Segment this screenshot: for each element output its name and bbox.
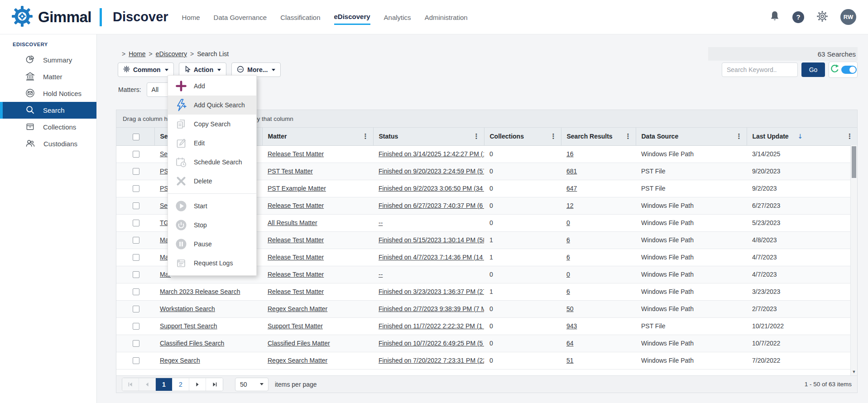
page-size-select[interactable]: 50 — [235, 378, 269, 391]
menu-item-start[interactable]: Start — [168, 197, 256, 216]
column-menu-icon[interactable]: ⋮ — [473, 132, 480, 140]
menu-item-add-quick-search[interactable]: Add Quick Search — [168, 96, 256, 115]
settings-gear-icon[interactable] — [816, 10, 828, 24]
menu-item-stop[interactable]: Stop — [168, 216, 256, 235]
row-checkbox[interactable] — [133, 151, 139, 158]
search-results-link[interactable]: 681 — [566, 168, 577, 175]
sidebar-item-search[interactable]: Search — [0, 102, 96, 119]
vertical-scrollbar[interactable]: ▼ — [850, 145, 857, 375]
column-header-matter[interactable]: Matter ⋮ — [262, 128, 373, 145]
search-results-link[interactable]: 51 — [566, 357, 574, 364]
row-checkbox[interactable] — [133, 220, 139, 226]
matter-link[interactable]: Release Test Matter — [268, 271, 324, 278]
matter-link[interactable]: Release Test Matter — [268, 288, 324, 295]
search-name-link[interactable]: Classified Files Search — [160, 340, 224, 347]
status-link[interactable]: Finished on 4/7/2023 7:14:36 PM (14 M — [379, 254, 484, 261]
page-1-button[interactable]: 1 — [156, 378, 173, 391]
sidebar-item-summary[interactable]: Summary — [0, 52, 96, 68]
nav-item-classification[interactable]: Classification — [280, 10, 320, 24]
column-header-data-source[interactable]: Data Source ⋮ — [636, 128, 747, 145]
status-link[interactable]: Finished on 2/7/2023 9:38:39 PM (7 Mi — [379, 305, 484, 312]
column-header-search-results[interactable]: Search Results ⋮ — [561, 128, 636, 145]
common-dropdown-button[interactable]: Common — [118, 62, 174, 77]
matter-link[interactable]: PST Example Matter — [268, 185, 326, 192]
search-results-link[interactable]: 6 — [566, 254, 570, 261]
status-link[interactable]: Finished on 5/15/2023 1:30:14 PM (58 — [379, 236, 484, 244]
refresh-icon[interactable] — [830, 64, 839, 75]
status-link[interactable]: Finished on 10/7/2022 6:49:25 PM (5 M — [379, 340, 484, 347]
column-header-last-update[interactable]: Last Update ↓ ⋮ — [747, 128, 857, 145]
row-checkbox[interactable] — [133, 254, 139, 261]
row-checkbox[interactable] — [133, 323, 139, 330]
search-results-link[interactable]: 64 — [566, 340, 574, 347]
search-name-link[interactable]: Workstation Search — [160, 305, 215, 312]
search-results-link[interactable]: 0 — [566, 271, 570, 278]
search-results-link[interactable]: 12 — [566, 202, 574, 209]
menu-item-request-logs[interactable]: Request Logs — [168, 254, 256, 273]
column-header-status[interactable]: Status ⋮ — [373, 128, 484, 145]
user-avatar[interactable]: RW — [840, 9, 856, 25]
row-checkbox[interactable] — [133, 340, 139, 347]
menu-item-schedule-search[interactable]: Schedule Search — [168, 153, 256, 172]
search-results-link[interactable]: 943 — [566, 322, 577, 330]
menu-item-delete[interactable]: Delete — [168, 172, 256, 191]
breadcrumb-link-ediscovery[interactable]: eDiscovery — [156, 50, 187, 58]
nav-item-analytics[interactable]: Analytics — [384, 10, 411, 24]
row-checkbox[interactable] — [133, 306, 139, 312]
column-menu-icon[interactable]: ⋮ — [736, 132, 743, 140]
matter-link[interactable]: Release Test Matter — [268, 202, 324, 209]
matter-link[interactable]: Regex Search Matter — [268, 357, 327, 364]
status-link[interactable]: Finished on 7/20/2022 7:23:31 PM (22 — [379, 357, 484, 364]
row-checkbox[interactable] — [133, 185, 139, 192]
menu-item-edit[interactable]: Edit — [168, 134, 256, 153]
go-button[interactable]: Go — [801, 62, 825, 77]
search-name-link[interactable]: Regex Search — [160, 357, 200, 364]
status-link[interactable]: Finished on 11/7/2022 2:22:32 PM (1 H — [379, 322, 484, 330]
status-link[interactable]: Finished on 9/2/2023 3:06:50 PM (34 M — [379, 185, 484, 192]
search-name-link[interactable]: March 2023 Release Search — [160, 288, 240, 295]
matter-link[interactable]: PST Test Matter — [268, 168, 313, 175]
nav-item-home[interactable]: Home — [182, 10, 200, 24]
sidebar-item-collections[interactable]: Collections — [0, 119, 96, 135]
search-results-link[interactable]: 50 — [566, 305, 574, 312]
notifications-bell-icon[interactable] — [769, 10, 780, 24]
row-checkbox[interactable] — [133, 202, 139, 209]
column-menu-icon[interactable]: ⋮ — [362, 132, 369, 140]
help-icon[interactable]: ? — [792, 11, 804, 23]
auto-refresh-toggle[interactable] — [841, 66, 857, 74]
menu-item-add[interactable]: Add — [168, 77, 256, 96]
column-header-collections[interactable]: Collections ⋮ — [484, 128, 561, 145]
search-results-link[interactable]: 0 — [566, 219, 570, 226]
status-link[interactable]: -- — [379, 271, 383, 278]
matter-link[interactable]: Release Test Matter — [268, 254, 324, 261]
next-page-button[interactable] — [189, 378, 206, 391]
column-menu-icon[interactable]: ⋮ — [625, 132, 632, 140]
matter-link[interactable]: Support Test Matter — [268, 322, 323, 330]
status-link[interactable]: Finished on 3/14/2025 12:42:27 PM (19 — [379, 150, 484, 158]
sidebar-item-matter[interactable]: Matter — [0, 68, 96, 85]
column-menu-icon[interactable]: ⋮ — [846, 132, 853, 140]
matter-link[interactable]: All Results Matter — [268, 219, 317, 226]
status-link[interactable]: -- — [379, 219, 383, 226]
column-menu-icon[interactable]: ⋮ — [550, 132, 557, 140]
menu-item-pause[interactable]: Pause — [168, 235, 256, 254]
search-results-link[interactable]: 6 — [566, 236, 570, 244]
row-checkbox[interactable] — [133, 357, 139, 364]
matter-link[interactable]: Release Test Matter — [268, 150, 324, 158]
nav-item-data-governance[interactable]: Data Governance — [214, 10, 267, 24]
matter-link[interactable]: Release Test Matter — [268, 236, 324, 244]
page-2-button[interactable]: 2 — [173, 378, 189, 391]
search-results-link[interactable]: 6 — [566, 288, 570, 295]
row-checkbox[interactable] — [133, 168, 139, 175]
row-checkbox[interactable] — [133, 288, 139, 295]
row-checkbox[interactable] — [133, 237, 139, 244]
search-results-link[interactable]: 16 — [566, 150, 574, 158]
matter-link[interactable]: Classified Files Matter — [268, 340, 330, 347]
search-keyword-input[interactable] — [722, 62, 798, 77]
scrollbar-thumb[interactable] — [852, 146, 856, 178]
status-link[interactable]: Finished on 9/20/2023 2:24:59 PM (57 — [379, 168, 484, 175]
breadcrumb-link-home[interactable]: Home — [129, 50, 145, 58]
nav-item-ediscovery[interactable]: eDiscovery — [334, 9, 370, 25]
matter-link[interactable]: Regex Search Matter — [268, 305, 327, 312]
menu-item-copy-search[interactable]: Copy Search — [168, 115, 256, 134]
